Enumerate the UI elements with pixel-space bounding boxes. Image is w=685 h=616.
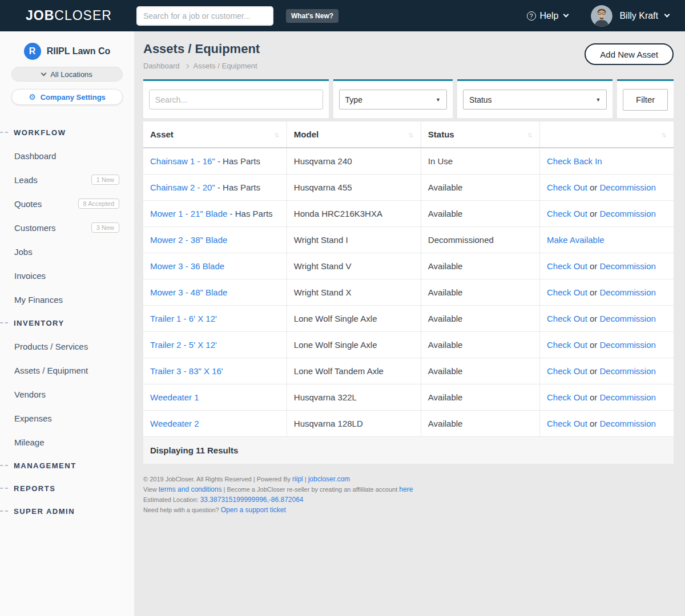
dropdown-caret-icon: ▼ bbox=[436, 97, 441, 103]
filter-button-card: Filter bbox=[617, 79, 674, 118]
company-name: RIIPL Lawn Co bbox=[47, 46, 111, 56]
sidebar-item-label: Assets / Equipment bbox=[14, 366, 88, 375]
sort-icon[interactable]: ↑↓ bbox=[274, 130, 280, 139]
action-link-decommission[interactable]: Decommission bbox=[600, 183, 656, 192]
sidebar-item-label: Vendors bbox=[14, 390, 46, 399]
status-select[interactable]: Status ▼ bbox=[463, 90, 607, 110]
action-link-check-out[interactable]: Check Out bbox=[547, 183, 587, 192]
sidebar-item-jobs[interactable]: Jobs bbox=[0, 240, 134, 264]
sort-icon[interactable]: ↑↓ bbox=[408, 130, 414, 139]
actions-cell: Check Out or Decommission bbox=[539, 384, 674, 410]
action-link-decommission[interactable]: Decommission bbox=[600, 314, 656, 323]
asset-link[interactable]: Trailer 1 - 6' X 12' bbox=[150, 314, 217, 323]
filter-button[interactable]: Filter bbox=[623, 89, 668, 111]
asset-link[interactable]: Mower 2 - 38" Blade bbox=[150, 235, 227, 245]
action-link-make-available[interactable]: Make Available bbox=[547, 235, 605, 245]
actions-cell: Check Out or Decommission bbox=[539, 411, 674, 436]
model-cell: Husqvarna 240 bbox=[287, 148, 421, 174]
help-icon: ? bbox=[527, 11, 536, 21]
status-cell: Available bbox=[421, 411, 539, 436]
asset-link[interactable]: Weedeater 2 bbox=[150, 419, 199, 428]
sidebar-item-label: Customers bbox=[14, 223, 56, 233]
sidebar-section-inventory[interactable]: INVENTORY bbox=[0, 311, 134, 334]
add-new-asset-button[interactable]: Add New Asset bbox=[585, 43, 674, 65]
whats-new-button[interactable]: What's New? bbox=[286, 9, 339, 23]
action-link-decommission[interactable]: Decommission bbox=[600, 392, 656, 402]
asset-link[interactable]: Chainsaw 1 - 16" bbox=[150, 156, 215, 166]
action-link-check-out[interactable]: Check Out bbox=[547, 209, 587, 218]
column-label: Model bbox=[294, 129, 319, 139]
action-link-decommission[interactable]: Decommission bbox=[600, 419, 656, 428]
global-search-input[interactable] bbox=[136, 6, 273, 26]
action-link-decommission[interactable]: Decommission bbox=[600, 209, 656, 218]
sidebar-item-dashboard[interactable]: Dashboard bbox=[0, 144, 134, 168]
status-cell: Available bbox=[421, 279, 539, 305]
sidebar-item-customers[interactable]: Customers3 New bbox=[0, 216, 134, 240]
action-link-check-out[interactable]: Check Out bbox=[547, 261, 587, 271]
footer-terms-line: View terms and conditions | Become a Job… bbox=[143, 485, 674, 493]
support-ticket-link[interactable]: Open a support ticket bbox=[221, 506, 286, 514]
sort-icon[interactable]: ↑↓ bbox=[527, 130, 533, 139]
asset-cell: Mower 1 - 21" Blade - Has Parts bbox=[143, 201, 287, 226]
action-link-check-out[interactable]: Check Out bbox=[547, 314, 587, 323]
table-row: Weedeater 2Husqvarna 128LDAvailableCheck… bbox=[143, 411, 674, 437]
action-link-decommission[interactable]: Decommission bbox=[600, 261, 656, 271]
asset-link[interactable]: Mower 1 - 21" Blade bbox=[150, 209, 227, 218]
model-cell: Wright Stand X bbox=[287, 279, 421, 305]
dropdown-caret-icon: ▼ bbox=[595, 97, 601, 103]
sidebar-section-reports[interactable]: REPORTS bbox=[0, 477, 134, 500]
all-locations-dropdown[interactable]: All Locations bbox=[11, 67, 123, 82]
breadcrumb-link-dashboard[interactable]: Dashboard bbox=[143, 62, 180, 70]
terms-and-conditions-link[interactable]: terms and conditions bbox=[159, 485, 222, 493]
help-menu[interactable]: ? Help bbox=[527, 11, 569, 21]
sort-icon[interactable]: ↑↓ bbox=[661, 130, 667, 139]
sidebar-item-expenses[interactable]: Expenses bbox=[0, 406, 134, 430]
jobcloser-link[interactable]: jobcloser.com bbox=[308, 475, 350, 483]
riipl-link[interactable]: riipl bbox=[292, 475, 303, 483]
asset-link[interactable]: Mower 3 - 36 Blade bbox=[150, 261, 224, 271]
type-select[interactable]: Type ▼ bbox=[339, 90, 447, 110]
status-cell: Available bbox=[421, 253, 539, 279]
sidebar-item-mileage[interactable]: Mileage bbox=[0, 430, 134, 454]
sidebar-section-workflow[interactable]: WORKFLOW bbox=[0, 121, 134, 144]
user-chevron-down-icon[interactable] bbox=[664, 12, 670, 18]
sidebar-item-badge: 3 New bbox=[91, 222, 119, 233]
footer-copyright-line: © 2019 JobCloser. All Rights Reserved | … bbox=[143, 475, 674, 483]
sidebar-item-quotes[interactable]: Quotes8 Accepted bbox=[0, 192, 134, 216]
sidebar-item-leads[interactable]: Leads1 New bbox=[0, 168, 134, 192]
asset-link[interactable]: Trailer 2 - 5' X 12' bbox=[150, 340, 217, 350]
action-link-check-out[interactable]: Check Out bbox=[547, 419, 587, 428]
action-link-check-out[interactable]: Check Out bbox=[547, 340, 587, 350]
asset-link[interactable]: Weedeater 1 bbox=[150, 392, 199, 402]
action-link-check-back-in[interactable]: Check Back In bbox=[547, 156, 602, 166]
filter-search-input[interactable] bbox=[149, 90, 323, 110]
action-link-check-out[interactable]: Check Out bbox=[547, 287, 587, 297]
app-logo[interactable]: JOBCLOSER bbox=[26, 8, 112, 23]
actions-cell: Check Out or Decommission bbox=[539, 175, 674, 200]
sidebar-section-management[interactable]: MANAGEMENT bbox=[0, 454, 134, 477]
sidebar-item-my-finances[interactable]: My Finances bbox=[0, 287, 134, 311]
filter-status-card: Status ▼ bbox=[457, 79, 613, 118]
action-link-check-out[interactable]: Check Out bbox=[547, 366, 587, 376]
actions-cell: Check Out or Decommission bbox=[539, 279, 674, 305]
asset-link[interactable]: Trailer 3 - 83" X 16' bbox=[150, 366, 223, 376]
action-link-decommission[interactable]: Decommission bbox=[600, 287, 656, 297]
sidebar-item-products-services[interactable]: Products / Services bbox=[0, 334, 134, 358]
action-link-decommission[interactable]: Decommission bbox=[600, 366, 656, 376]
action-link-decommission[interactable]: Decommission bbox=[600, 340, 656, 350]
sidebar-item-invoices[interactable]: Invoices bbox=[0, 264, 134, 287]
sidebar-section-super-admin[interactable]: SUPER ADMIN bbox=[0, 500, 134, 522]
user-avatar[interactable] bbox=[591, 5, 613, 27]
affiliate-here-link[interactable]: here bbox=[399, 485, 413, 493]
company-settings-button[interactable]: ⚙ Company Settings bbox=[11, 89, 123, 105]
asset-link[interactable]: Chainsaw 2 - 20" bbox=[150, 183, 215, 192]
asset-link[interactable]: Mower 3 - 48" Blade bbox=[150, 287, 227, 297]
help-label: Help bbox=[540, 11, 559, 21]
model-cell: Honda HRC216K3HXA bbox=[287, 201, 421, 226]
model-cell: Husqvarna 322L bbox=[287, 384, 421, 410]
user-name[interactable]: Billy Kraft bbox=[619, 11, 658, 21]
action-link-check-out[interactable]: Check Out bbox=[547, 392, 587, 402]
sidebar-item-assets-equipment[interactable]: Assets / Equipment bbox=[0, 358, 134, 382]
table-row: Chainsaw 2 - 20" - Has PartsHusqvarna 45… bbox=[143, 175, 674, 201]
sidebar-item-vendors[interactable]: Vendors bbox=[0, 382, 134, 406]
